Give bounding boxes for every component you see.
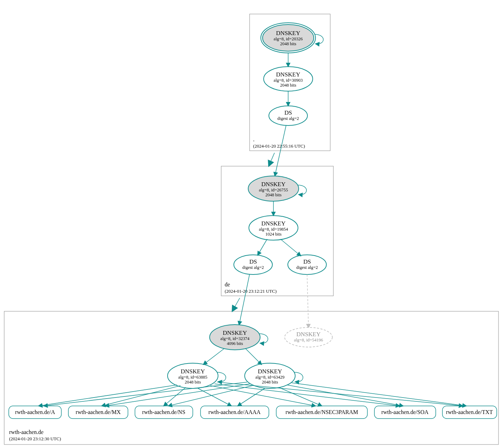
rr-a[interactable]: rwth-aachen.de/A xyxy=(9,406,61,419)
svg-text:alg=8, id=54196: alg=8, id=54196 xyxy=(294,338,323,342)
svg-text:DNSKEY: DNSKEY xyxy=(276,30,300,36)
e-a-MX xyxy=(102,386,181,406)
zone-root-label: . xyxy=(253,136,255,142)
rr-mx[interactable]: rwth-aachen.de/MX xyxy=(68,406,128,419)
root-ksk-node[interactable]: DNSKEY alg=8, id=20326 2048 bits xyxy=(261,23,316,53)
edge-de-zsk-dsB xyxy=(280,239,301,256)
domain-zsk-a[interactable]: DNSKEY alg=8, id=63885 2048 bits xyxy=(168,363,218,388)
svg-text:digest alg=2: digest alg=2 xyxy=(277,116,299,121)
rr-txt[interactable]: rwth-aachen.de/TXT xyxy=(442,406,497,419)
e-b-NS xyxy=(168,386,252,406)
svg-text:DS: DS xyxy=(284,109,292,116)
root-ds-node[interactable]: DS digest alg=2 xyxy=(269,106,307,125)
zone-domain-ts: (2024-01-20 23:12:30 UTC) xyxy=(9,436,61,441)
svg-text:DS: DS xyxy=(249,258,257,265)
svg-text:DNSKEY: DNSKEY xyxy=(223,330,247,336)
svg-text:rwth-aachen.de/NS: rwth-aachen.de/NS xyxy=(142,409,185,415)
svg-text:2048 bits: 2048 bits xyxy=(265,192,281,197)
svg-text:digest alg=2: digest alg=2 xyxy=(242,265,264,270)
edge-root-ksk-self xyxy=(315,34,323,44)
edge-de-domain-thick xyxy=(232,298,240,311)
svg-text:DNSKEY: DNSKEY xyxy=(262,181,286,188)
svg-text:rwth-aachen.de/TXT: rwth-aachen.de/TXT xyxy=(446,409,493,415)
root-zsk-node[interactable]: DNSKEY alg=8, id=30903 2048 bits xyxy=(264,67,313,91)
edge-zskB-self xyxy=(294,372,303,382)
e-b-TXT xyxy=(292,383,466,406)
svg-text:2048 bits: 2048 bits xyxy=(185,380,201,385)
edge-ksk-zskA xyxy=(203,348,224,365)
svg-text:DS: DS xyxy=(303,258,311,265)
domain-ksk-node[interactable]: DNSKEY alg=8, id=32374 4096 bits xyxy=(210,325,260,350)
svg-text:alg=8, id=30903: alg=8, id=30903 xyxy=(274,78,303,83)
svg-text:rwth-aachen.de/NSEC3PARAM: rwth-aachen.de/NSEC3PARAM xyxy=(286,409,358,415)
svg-text:alg=8, id=19854: alg=8, id=19854 xyxy=(259,227,289,232)
zone-de-ts: (2024-01-20 23:12:21 UTC) xyxy=(225,289,277,294)
svg-text:2048 bits: 2048 bits xyxy=(280,83,296,88)
svg-text:rwth-aachen.de/A: rwth-aachen.de/A xyxy=(15,409,55,415)
edge-domain-ksk-self xyxy=(259,334,268,343)
de-ds-b[interactable]: DS digest alg=2 xyxy=(288,255,326,274)
svg-text:DNSKEY: DNSKEY xyxy=(262,220,286,227)
de-zsk-node[interactable]: DNSKEY alg=8, id=19854 1024 bits xyxy=(249,216,298,240)
rr-nsec3param[interactable]: rwth-aachen.de/NSEC3PARAM xyxy=(276,406,367,419)
domain-missing-key[interactable]: DNSKEY alg=8, id=54196 xyxy=(285,327,332,347)
svg-text:alg=8, id=63429: alg=8, id=63429 xyxy=(256,375,285,380)
svg-text:DNSKEY: DNSKEY xyxy=(297,331,321,338)
e-b-MX xyxy=(105,384,250,406)
svg-text:DNSKEY: DNSKEY xyxy=(276,71,300,78)
edge-dsA-to-ksk xyxy=(239,274,250,325)
rr-soa[interactable]: rwth-aachen.de/SOA xyxy=(374,406,436,419)
edge-zskA-self xyxy=(217,372,226,382)
svg-text:DNSKEY: DNSKEY xyxy=(258,368,282,375)
svg-text:DNSKEY: DNSKEY xyxy=(181,368,205,375)
svg-text:2048 bits: 2048 bits xyxy=(280,41,296,46)
svg-text:alg=8, id=63885: alg=8, id=63885 xyxy=(178,375,208,380)
svg-text:rwth-aachen.de/SOA: rwth-aachen.de/SOA xyxy=(381,409,429,415)
edge-de-zsk-dsA xyxy=(258,239,267,255)
svg-text:alg=8, id=26755: alg=8, id=26755 xyxy=(259,188,288,192)
e-a-A xyxy=(39,385,177,406)
svg-text:2048 bits: 2048 bits xyxy=(262,380,278,385)
zone-root-ts: (2024-01-20 22:55:16 UTC) xyxy=(253,143,305,149)
zone-de-label: de xyxy=(225,281,230,287)
de-ksk-node[interactable]: DNSKEY alg=8, id=26755 2048 bits xyxy=(248,176,299,201)
de-ds-a[interactable]: DS digest alg=2 xyxy=(234,255,272,274)
zone-domain-label: rwth-aachen.de xyxy=(9,429,43,435)
svg-text:alg=8, id=20326: alg=8, id=20326 xyxy=(274,36,303,41)
edge-ksk-zskB xyxy=(245,348,262,365)
svg-text:1024 bits: 1024 bits xyxy=(265,232,281,237)
svg-text:digest alg=2: digest alg=2 xyxy=(296,265,318,270)
edge-de-ksk-self xyxy=(298,185,306,195)
edge-root-de-thick xyxy=(269,153,274,166)
edge-dsB-to-missing xyxy=(307,274,308,328)
svg-text:alg=8, id=32374: alg=8, id=32374 xyxy=(221,336,250,341)
svg-text:rwth-aachen.de/AAAA: rwth-aachen.de/AAAA xyxy=(209,409,261,415)
svg-text:rwth-aachen.de/MX: rwth-aachen.de/MX xyxy=(76,409,121,415)
domain-zsk-b[interactable]: DNSKEY alg=8, id=63429 2048 bits xyxy=(245,363,295,388)
svg-text:4096 bits: 4096 bits xyxy=(227,341,243,346)
rr-aaaa[interactable]: rwth-aachen.de/AAAA xyxy=(201,406,269,419)
e-b-AAAA xyxy=(238,388,265,406)
dnssec-graph: . (2024-01-20 22:55:16 UTC) DNSKEY alg=8… xyxy=(0,0,502,448)
rr-ns[interactable]: rwth-aachen.de/NS xyxy=(135,406,193,419)
